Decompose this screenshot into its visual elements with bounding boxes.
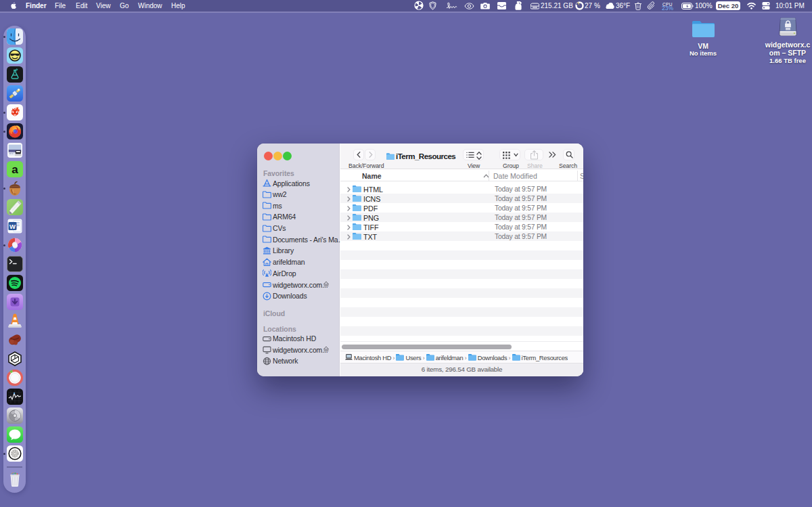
svg-text:W: W <box>9 223 16 230</box>
svg-text:a: a <box>12 163 18 176</box>
